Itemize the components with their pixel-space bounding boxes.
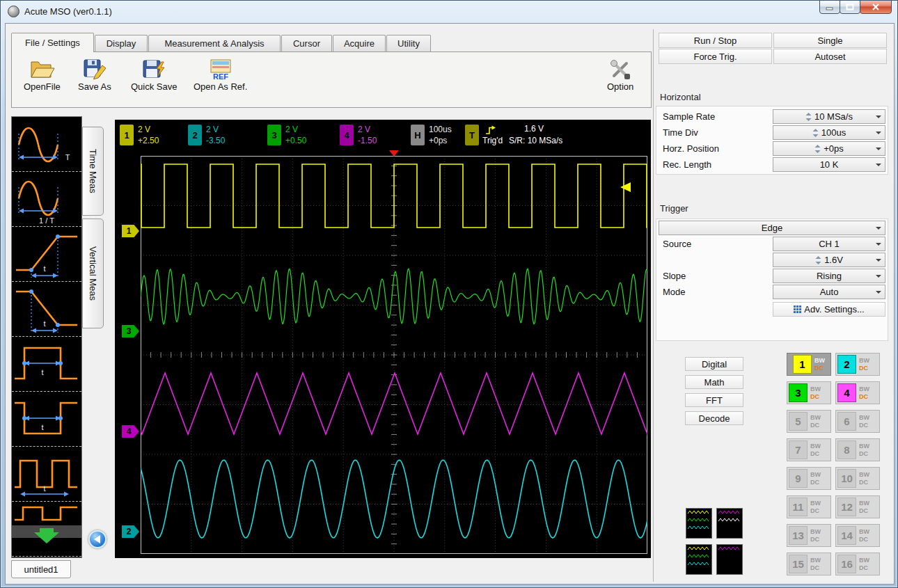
trigger-section-title: Trigger [660,203,688,214]
channel-toggle-6[interactable]: 6BWDC [835,410,880,433]
window-title: Acute MSO (ver0.1.1) [24,6,112,17]
waveform-ch1 [141,164,647,228]
channel-number: 13 [789,526,808,545]
chevron-down-icon [876,259,881,264]
sample-rate-select[interactable]: 10 MSa/s [773,109,885,124]
save-as-button[interactable]: Save As [74,56,115,94]
channel-toggle-4[interactable]: 4BWDC [835,381,880,404]
decode-button[interactable]: Decode [685,411,743,425]
measurement-frequency-measurement-icon[interactable]: 1 / T [12,172,81,227]
channel-toggle-2[interactable]: 2BWDC [835,353,880,376]
tab-acquire[interactable]: Acquire [333,35,386,51]
channel-toggle-13[interactable]: 13BWDC [787,524,831,547]
trigger-mode-select[interactable]: Auto [773,285,885,299]
toolbar: OpenFile Save As Quic [11,51,652,108]
close-button[interactable] [860,0,892,14]
measurement-burst-width-icon[interactable]: t [12,447,81,502]
trigger-level-arrow[interactable] [620,182,631,192]
trigger-type-select[interactable]: Edge [659,221,885,235]
channel-toggle-10[interactable]: 10BWDC [835,467,880,490]
run-stop-button[interactable]: Run / Stop [659,33,772,48]
layout-thumbnail-3[interactable] [686,544,712,575]
channel-flags: BWDC [810,528,821,543]
horz-position-value: +0ps [824,143,844,154]
document-tab[interactable]: untitled1 [11,560,71,578]
math-button[interactable]: Math [685,375,743,389]
option-tools-icon [608,58,632,80]
titlebar[interactable]: Acute MSO (ver0.1.1) [1,1,897,23]
measurement-period-measurement-icon[interactable]: T [12,117,81,172]
force-trig-button[interactable]: Force Trig. [659,49,772,64]
channel-4-badge[interactable]: 4 [340,125,354,145]
adv-settings-button[interactable]: Adv. Settings... [773,302,885,317]
measurement-positive-pulse-width-icon[interactable]: t [12,337,81,392]
channel-toggle-15[interactable]: 15BWDC [787,553,831,575]
channel-toggle-11[interactable]: 11BWDC [787,495,831,518]
quick-save-button[interactable]: Quick Save [127,56,180,94]
single-button[interactable]: Single [773,33,887,48]
channel-toggle-9[interactable]: 9BWDC [787,467,831,490]
chevron-down-icon [876,148,881,153]
channel-1-position-marker[interactable]: 1 [122,225,139,237]
channel-toggle-1[interactable]: 1BWDC [787,353,831,376]
channel-3-readout: 2 V+0.50 [285,124,306,146]
tab-utility[interactable]: Utility [386,35,431,51]
trigger-source-value: CH 1 [819,239,840,249]
channel-3-position-marker[interactable]: 3 [122,325,139,337]
measurement-rise-time-icon[interactable]: t [12,227,81,282]
time-div-value: 100us [821,127,846,138]
layout-thumbnail-2[interactable] [716,508,743,539]
tab-cursor[interactable]: Cursor [281,35,332,51]
tab-file-settings[interactable]: File / Settings [11,33,94,52]
measurement-more-below-icon[interactable] [12,502,81,557]
autoset-button[interactable]: Autoset [773,49,887,64]
channel-number: 3 [789,383,808,402]
svg-text:REF: REF [213,72,228,80]
layout-thumbnail-1[interactable] [686,508,712,539]
spinner-icon [815,256,821,264]
sidebar-tab-vertical-meas[interactable]: Vertical Meas [82,218,104,328]
minimize-button[interactable] [819,0,840,14]
trigger-position-marker[interactable] [389,150,399,161]
waveform-ch3 [141,269,647,324]
open-file-button[interactable]: OpenFile [20,56,64,94]
fft-button[interactable]: FFT [685,393,743,407]
layout-thumbnail-4[interactable] [716,544,743,575]
channel-toggle-12[interactable]: 12BWDC [835,495,880,518]
trigger-slope-select[interactable]: Rising [773,269,885,283]
open-as-ref-button[interactable]: REF Open As Ref. [190,56,251,94]
digital-button[interactable]: Digital [685,357,743,371]
collapse-sidebar-button[interactable] [88,530,107,548]
channel-3-badge[interactable]: 3 [267,125,281,145]
rec-length-select[interactable]: 10 K [773,157,885,172]
trigger-badge: T [465,125,479,145]
spinner-icon [814,145,821,153]
horz-position-select[interactable]: +0ps [773,141,885,156]
tab-measurement-analysis[interactable]: Measurement & Analysis [148,35,281,51]
channel-toggle-5[interactable]: 5BWDC [787,410,831,433]
channel-4-position-marker[interactable]: 4 [122,425,139,438]
channel-2-position-marker[interactable]: 2 [122,525,139,538]
time-div-label: Time Div [663,125,698,140]
maximize-button[interactable] [840,0,860,14]
channel-2-badge[interactable]: 2 [188,125,202,145]
trigger-mode-value: Auto [820,287,839,297]
channel-toggle-7[interactable]: 7BWDC [787,438,831,461]
channel-grid: 1BWDC2BWDC3BWDC4BWDC5BWDC6BWDC7BWDC8BWDC… [787,353,885,582]
trigger-source-select[interactable]: CH 1 [773,237,885,251]
trigger-source-label: Source [663,237,691,251]
trigger-level-select[interactable]: 1.6V [773,253,885,267]
chevron-down-icon [876,227,881,232]
sidebar-tab-time-meas[interactable]: Time Meas [82,127,104,216]
channel-toggle-16[interactable]: 16BWDC [835,553,880,575]
channel-1-badge[interactable]: 1 [120,125,134,145]
tab-display[interactable]: Display [95,35,148,51]
channel-toggle-8[interactable]: 8BWDC [835,438,880,461]
channel-toggle-14[interactable]: 14BWDC [835,524,880,547]
measurement-fall-time-icon[interactable]: t [12,282,81,337]
time-div-select[interactable]: 100us [773,125,885,140]
measurement-negative-pulse-width-icon[interactable]: t [12,392,81,447]
channel-toggle-3[interactable]: 3BWDC [787,381,831,404]
option-button[interactable]: Option [604,56,637,94]
maximize-icon [846,3,854,10]
